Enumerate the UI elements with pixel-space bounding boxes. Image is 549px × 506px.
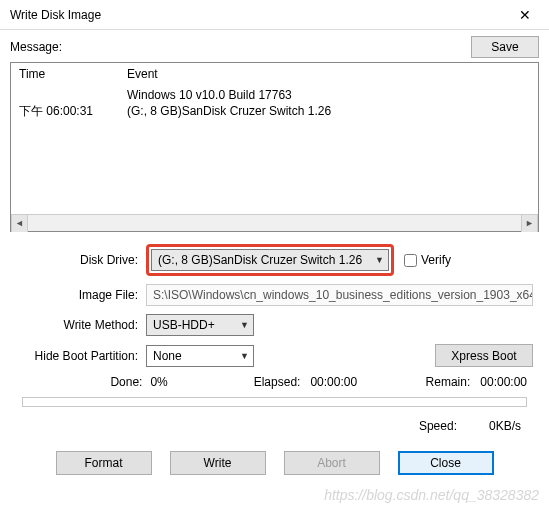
done-label: Done: bbox=[22, 375, 150, 389]
message-log: Time 下午 06:00:31 Event Windows 10 v10.0 … bbox=[10, 62, 539, 232]
write-button[interactable]: Write bbox=[170, 451, 266, 475]
chevron-down-icon: ▼ bbox=[240, 351, 249, 361]
disk-drive-value: (G:, 8 GB)SanDisk Cruzer Switch 1.26 bbox=[158, 253, 362, 267]
log-event-line: Windows 10 v10.0 Build 17763 bbox=[127, 87, 538, 103]
scroll-left-icon[interactable]: ◄ bbox=[11, 215, 28, 232]
format-button[interactable]: Format bbox=[56, 451, 152, 475]
image-file-value: S:\ISO\Windows\cn_windows_10_business_ed… bbox=[153, 288, 533, 302]
verify-label: Verify bbox=[421, 253, 451, 267]
elapsed-label: Elapsed: bbox=[225, 375, 310, 389]
elapsed-value: 00:00:00 bbox=[310, 375, 405, 389]
titlebar: Write Disk Image ✕ bbox=[0, 0, 549, 30]
image-file-field[interactable]: S:\ISO\Windows\cn_windows_10_business_ed… bbox=[146, 284, 533, 306]
verify-checkbox[interactable]: Verify bbox=[404, 253, 451, 267]
hide-boot-value: None bbox=[153, 349, 182, 363]
speed-label: Speed: bbox=[419, 419, 457, 433]
close-button[interactable]: Close bbox=[398, 451, 494, 475]
log-header-time: Time bbox=[19, 67, 121, 81]
scroll-right-icon[interactable]: ► bbox=[521, 215, 538, 232]
disk-drive-label: Disk Drive: bbox=[16, 253, 146, 267]
verify-checkbox-input[interactable] bbox=[404, 254, 417, 267]
write-method-value: USB-HDD+ bbox=[153, 318, 215, 332]
done-value: 0% bbox=[150, 375, 225, 389]
close-icon[interactable]: ✕ bbox=[503, 1, 547, 29]
xpress-boot-button[interactable]: Xpress Boot bbox=[435, 344, 533, 367]
log-event-line: (G:, 8 GB)SanDisk Cruzer Switch 1.26 bbox=[127, 103, 538, 119]
progress-bar bbox=[22, 397, 527, 407]
remain-label: Remain: bbox=[405, 375, 480, 389]
log-header-event: Event bbox=[127, 67, 538, 81]
log-time: 下午 06:00:31 bbox=[19, 103, 121, 119]
chevron-down-icon: ▼ bbox=[375, 255, 384, 265]
window-title: Write Disk Image bbox=[10, 8, 101, 22]
chevron-down-icon: ▼ bbox=[240, 320, 249, 330]
disk-drive-dropdown[interactable]: (G:, 8 GB)SanDisk Cruzer Switch 1.26 ▼ bbox=[151, 249, 389, 271]
hide-boot-dropdown[interactable]: None ▼ bbox=[146, 345, 254, 367]
horizontal-scrollbar[interactable]: ◄ ► bbox=[11, 214, 538, 231]
write-method-label: Write Method: bbox=[16, 318, 146, 332]
hide-boot-label: Hide Boot Partition: bbox=[16, 349, 146, 363]
image-file-label: Image File: bbox=[16, 288, 146, 302]
speed-value: 0KB/s bbox=[489, 419, 521, 433]
remain-value: 00:00:00 bbox=[480, 375, 527, 389]
message-label: Message: bbox=[10, 40, 62, 54]
abort-button: Abort bbox=[284, 451, 380, 475]
save-button[interactable]: Save bbox=[471, 36, 539, 58]
disk-drive-highlight: (G:, 8 GB)SanDisk Cruzer Switch 1.26 ▼ bbox=[146, 244, 394, 276]
write-method-dropdown[interactable]: USB-HDD+ ▼ bbox=[146, 314, 254, 336]
